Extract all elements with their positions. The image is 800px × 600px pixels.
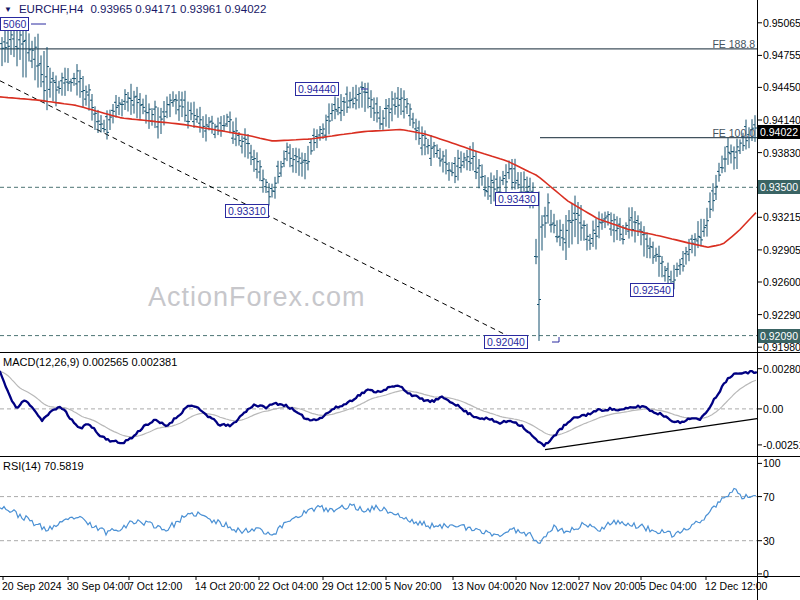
rsi-axis-tick: 70: [763, 490, 775, 504]
main-axis-tick: 0.92905: [763, 243, 800, 257]
macd-axis-tick: 0.00: [763, 402, 783, 416]
current-price-badge: 0.94022: [758, 125, 800, 139]
time-axis-label: 12 Dec 12:00: [705, 580, 767, 592]
main-axis-tick: 0.95065: [763, 16, 800, 30]
time-axis-label: 5 Nov 20:00: [385, 580, 442, 592]
macd-axis-tick: -0.002518: [763, 438, 800, 452]
time-axis-label: 20 Sep 2024: [2, 580, 62, 592]
price-level-badge: 0.92090: [758, 329, 800, 343]
main-axis-tick: 0.93215: [763, 210, 800, 224]
time-axis-label: 7 Oct 12:00: [128, 580, 182, 592]
time-axis-label: 5 Dec 04:00: [640, 580, 697, 592]
macd-title: MACD(12,26,9) 0.002565 0.002381: [3, 356, 177, 368]
symbol-label: EURCHF,H4: [19, 3, 84, 15]
main-axis-tick: 0.93830: [763, 146, 800, 160]
price-mark: 0.93310: [225, 204, 269, 218]
rsi-axis-tick: 100: [763, 456, 781, 470]
rsi-axis-tick: 30: [763, 534, 775, 548]
price-mark: 0.92040: [484, 335, 528, 349]
time-axis-label: 14 Oct 20:00: [195, 580, 255, 592]
time-axis-label: 20 Nov 12:00: [515, 580, 577, 592]
ohlc-quote: 0.93965 0.94171 0.93961 0.94022: [90, 3, 266, 15]
price-mark: 5060: [0, 17, 29, 31]
chart-canvas[interactable]: [0, 0, 800, 600]
rsi-axis-tick: 0: [763, 567, 769, 581]
price-level-badge: 0.93500: [758, 180, 800, 194]
fib-extension-label: FE 188.8: [712, 38, 755, 50]
chart-window: ActionForex.com ▼ EURCHF,H4 0.93965 0.94…: [0, 0, 800, 600]
time-axis-label: 29 Oct 12:00: [322, 580, 382, 592]
price-mark: 0.93430: [495, 192, 539, 206]
chevron-down-icon[interactable]: ▼: [4, 4, 12, 15]
rsi-title: RSI(14) 70.5819: [3, 460, 84, 472]
fib-extension-label: FE 100.0: [712, 127, 755, 139]
main-axis-tick: 0.92600: [763, 275, 800, 289]
time-axis-label: 13 Nov 04:00: [452, 580, 514, 592]
main-axis-tick: 0.94755: [763, 48, 800, 62]
main-axis-tick: 0.92290: [763, 308, 800, 322]
symbol-title-bar: ▼ EURCHF,H4 0.93965 0.94171 0.93961 0.94…: [4, 3, 266, 15]
time-axis-label: 22 Oct 04:00: [258, 580, 318, 592]
price-mark: 0.92540: [630, 283, 674, 297]
time-axis-label: 27 Nov 20:00: [578, 580, 640, 592]
price-mark: 0.94440: [295, 82, 339, 96]
macd-axis-tick: 0.002807: [763, 362, 800, 376]
time-axis-label: 30 Sep 04:00: [67, 580, 129, 592]
main-axis-tick: 0.94450: [763, 80, 800, 94]
